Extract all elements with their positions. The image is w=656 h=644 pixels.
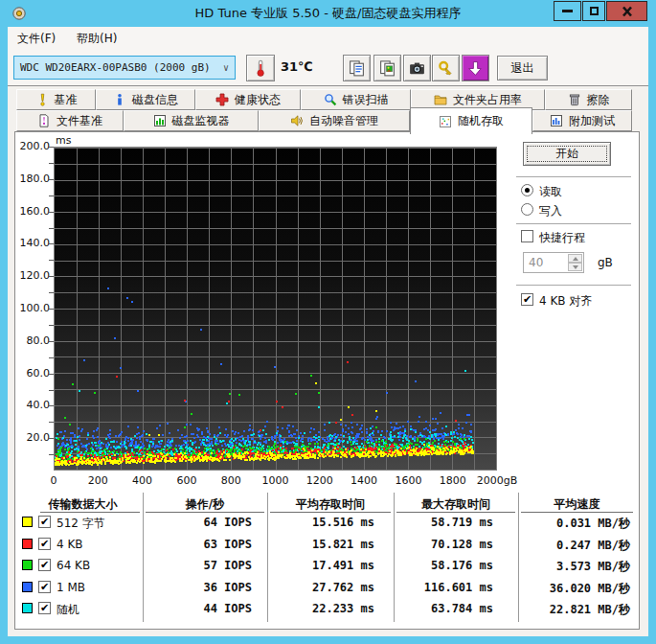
capacity-unit-label: gB: [598, 256, 613, 269]
tab-benchmark[interactable]: 基准: [16, 89, 96, 110]
tab-random-access[interactable]: 随机存取: [410, 107, 532, 134]
header-underline: [270, 512, 391, 513]
folder-usage-icon: [434, 93, 447, 106]
temperature-button[interactable]: [246, 55, 275, 81]
series-label: 1 MB: [57, 581, 85, 594]
y-axis-tick-label: 200.0: [15, 140, 50, 152]
y-axis-tick-label: 160.0: [15, 205, 50, 218]
column-separator: [518, 493, 519, 622]
tab-label: 磁盘信息: [132, 92, 178, 108]
screenshot-button[interactable]: [403, 55, 431, 81]
copy-text-icon: [348, 59, 366, 78]
y-axis-tick: [49, 276, 54, 277]
toolbar: WDC WD20EARX-00PASB0 (2000 gB) ∨ 31℃ 退出: [8, 50, 648, 86]
y-axis-tick-label: 40.0: [15, 399, 50, 411]
read-radio-label: 读取: [539, 184, 562, 200]
align-4kb-label: 4 KB 对齐: [539, 293, 592, 310]
series-checkbox-1[interactable]: [38, 538, 51, 550]
tab-label: 磁盘监视器: [172, 113, 230, 129]
y-axis-tick: [49, 292, 54, 293]
header-underline: [396, 512, 515, 513]
tab-erase[interactable]: 擦除: [545, 89, 632, 110]
y-axis-tick: [49, 228, 54, 229]
tab-file-benchmark[interactable]: 文件基准: [16, 110, 124, 131]
disk-info-icon: [113, 93, 126, 106]
y-axis-tick-label: 100.0: [15, 302, 50, 314]
minimize-button[interactable]: [554, 1, 581, 21]
write-radio[interactable]: [521, 203, 533, 216]
series-checkbox-3[interactable]: [38, 581, 51, 593]
health-status-icon: [215, 93, 229, 106]
avg-access-value: 15.516 ms: [269, 516, 374, 529]
series-label: 4 KB: [57, 538, 83, 551]
series-color-swatch: [22, 582, 33, 592]
spin-up-button[interactable]: [568, 254, 582, 263]
y-axis-tick: [49, 147, 54, 148]
temperature-value: 31℃: [281, 59, 313, 74]
avg-speed-value: 36.020 MB/秒: [520, 581, 630, 597]
tab-error-scan[interactable]: 错误扫描: [301, 89, 411, 110]
maximize-button[interactable]: [582, 1, 605, 21]
series-checkbox-0[interactable]: [38, 516, 51, 528]
tab-auto-noise-management[interactable]: 自动噪音管理: [259, 110, 410, 131]
y-axis-tick: [49, 163, 54, 164]
arrow-down-icon: [573, 265, 578, 269]
read-radio[interactable]: [521, 184, 533, 196]
start-button[interactable]: 开始: [523, 142, 611, 166]
y-axis-tick-label: 180.0: [15, 172, 50, 185]
random-access-panel: ms 开始 快捷行程 40 gB 4 KB 对齐 20.040.060.080.…: [14, 131, 640, 630]
random-access-icon: [439, 115, 452, 128]
short-stroke-checkbox[interactable]: [521, 230, 533, 242]
client-area: 文件(F) 帮助(H) WDC WD20EARX-00PASB0 (2000 g…: [8, 27, 648, 636]
tab-disk-info[interactable]: 磁盘信息: [96, 89, 195, 110]
series-color-swatch: [22, 560, 33, 570]
avg-access-value: 22.233 ms: [269, 602, 374, 615]
tab-health-status[interactable]: 健康状态: [195, 89, 301, 110]
ops-value: 57 IOPS: [145, 559, 252, 572]
align-4kb-checkbox[interactable]: [521, 293, 533, 306]
extra-tests-icon: [550, 114, 563, 127]
avg-access-value: 17.491 ms: [269, 559, 374, 572]
tab-row-1: 基准磁盘信息健康状态错误扫描文件夹占用率擦除: [16, 89, 632, 110]
error-scan-icon: [324, 93, 337, 106]
app-window: HD Tune 专业版 5.50 - 硬盘/固态硬盘实用程序 文件(F) 帮助(…: [0, 0, 656, 644]
separator: [516, 176, 631, 178]
series-checkbox-2[interactable]: [38, 559, 51, 571]
menu-bar: 文件(F) 帮助(H): [8, 27, 648, 50]
y-axis-tick-label: 80.0: [15, 334, 50, 347]
short-stroke-capacity-input[interactable]: 40: [523, 252, 584, 273]
menu-file[interactable]: 文件(F): [17, 31, 56, 47]
spin-down-button[interactable]: [568, 263, 582, 271]
exit-button[interactable]: 退出: [497, 56, 548, 80]
max-access-value: 58.176 ms: [396, 559, 493, 572]
save-results-button[interactable]: [462, 55, 489, 81]
tab-label: 擦除: [587, 92, 610, 108]
tab-disk-monitor[interactable]: 磁盘监视器: [124, 110, 259, 131]
y-axis-tick: [49, 374, 54, 375]
series-color-swatch: [22, 603, 33, 613]
drive-selector[interactable]: WDC WD20EARX-00PASB0 (2000 gB) ∨: [13, 56, 236, 80]
series-checkbox-4[interactable]: [38, 602, 51, 614]
ops-value: 64 IOPS: [145, 516, 252, 529]
close-button[interactable]: [606, 1, 647, 21]
disk-monitor-icon: [153, 114, 167, 127]
file-benchmark-icon: [37, 114, 51, 127]
y-axis-tick-label: 120.0: [15, 269, 50, 282]
y-axis-tick: [49, 196, 54, 196]
spinner-buttons: [568, 254, 582, 271]
y-axis-tick: [49, 243, 54, 244]
tab-label: 文件夹占用率: [453, 92, 522, 108]
y-axis-tick: [49, 390, 54, 391]
drive-selector-value: WDC WD20EARX-00PASB0 (2000 gB): [20, 61, 211, 74]
tab-extra-tests[interactable]: 附加测试: [532, 110, 632, 131]
copy-text-button[interactable]: [343, 55, 371, 81]
copy-image-button[interactable]: [373, 55, 401, 81]
series-color-swatch: [22, 539, 33, 549]
options-button[interactable]: [432, 55, 460, 81]
ops-value: 63 IOPS: [145, 538, 252, 551]
ops-value: 44 IOPS: [145, 602, 252, 615]
series-color-swatch: [22, 517, 33, 527]
menu-help[interactable]: 帮助(H): [77, 31, 117, 47]
table-header-0: 传输数据大小: [23, 496, 143, 513]
maximize-icon: [590, 7, 599, 15]
